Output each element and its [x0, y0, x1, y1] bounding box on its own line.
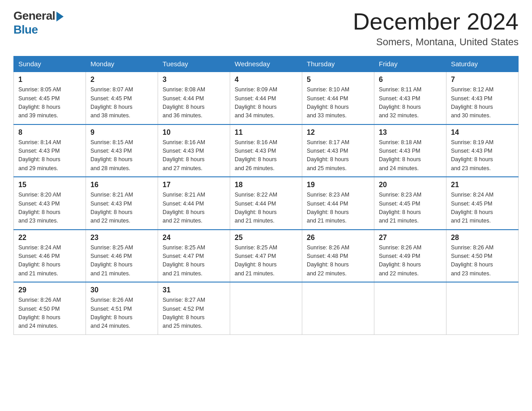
day-info: Sunrise: 8:24 AMSunset: 4:45 PMDaylight:…	[451, 192, 493, 224]
day-number: 7	[451, 76, 514, 84]
location-title: Somers, Montana, United States	[353, 36, 519, 48]
calendar-cell: 31 Sunrise: 8:27 AMSunset: 4:52 PMDaylig…	[158, 282, 230, 334]
day-number: 2	[90, 76, 153, 84]
day-number: 31	[163, 286, 225, 294]
calendar-cell: 21 Sunrise: 8:24 AMSunset: 4:45 PMDaylig…	[446, 177, 519, 230]
day-number: 25	[235, 234, 297, 242]
calendar-header-sunday: Sunday	[14, 56, 86, 72]
calendar-header-wednesday: Wednesday	[230, 56, 302, 72]
calendar-cell: 24 Sunrise: 8:25 AMSunset: 4:47 PMDaylig…	[158, 230, 230, 283]
day-info: Sunrise: 8:12 AMSunset: 4:43 PMDaylight:…	[451, 86, 493, 119]
calendar-cell: 27 Sunrise: 8:26 AMSunset: 4:49 PMDaylig…	[374, 230, 446, 283]
calendar-body: 1 Sunrise: 8:05 AMSunset: 4:45 PMDayligh…	[14, 72, 519, 334]
calendar-cell: 6 Sunrise: 8:11 AMSunset: 4:43 PMDayligh…	[374, 72, 446, 124]
calendar-cell	[446, 282, 519, 334]
calendar-week-row: 29 Sunrise: 8:26 AMSunset: 4:50 PMDaylig…	[14, 282, 519, 334]
day-number: 14	[451, 128, 514, 137]
day-number: 19	[307, 181, 369, 189]
calendar-week-row: 15 Sunrise: 8:20 AMSunset: 4:43 PMDaylig…	[14, 177, 519, 230]
day-info: Sunrise: 8:19 AMSunset: 4:43 PMDaylight:…	[451, 139, 493, 171]
day-info: Sunrise: 8:26 AMSunset: 4:50 PMDaylight:…	[18, 297, 61, 329]
calendar-cell	[374, 282, 446, 334]
calendar-cell: 22 Sunrise: 8:24 AMSunset: 4:46 PMDaylig…	[14, 230, 86, 283]
calendar-cell: 7 Sunrise: 8:12 AMSunset: 4:43 PMDayligh…	[446, 72, 519, 124]
calendar-cell: 25 Sunrise: 8:25 AMSunset: 4:47 PMDaylig…	[230, 230, 302, 283]
day-number: 3	[163, 76, 225, 84]
day-info: Sunrise: 8:08 AMSunset: 4:44 PMDaylight:…	[163, 86, 205, 119]
day-info: Sunrise: 8:26 AMSunset: 4:51 PMDaylight:…	[90, 297, 133, 329]
day-number: 18	[235, 181, 297, 189]
day-number: 22	[18, 234, 81, 242]
day-info: Sunrise: 8:18 AMSunset: 4:43 PMDaylight:…	[379, 139, 421, 171]
day-info: Sunrise: 8:25 AMSunset: 4:47 PMDaylight:…	[163, 244, 205, 277]
calendar-cell: 1 Sunrise: 8:05 AMSunset: 4:45 PMDayligh…	[14, 72, 86, 124]
day-number: 11	[235, 128, 297, 137]
title-block: December 2024 Somers, Montana, United St…	[353, 9, 519, 48]
day-number: 29	[18, 286, 81, 294]
day-info: Sunrise: 8:05 AMSunset: 4:45 PMDaylight:…	[18, 86, 61, 119]
day-number: 21	[451, 181, 514, 189]
logo: General Blue	[13, 9, 64, 37]
day-info: Sunrise: 8:25 AMSunset: 4:47 PMDaylight:…	[235, 244, 277, 277]
calendar-header-saturday: Saturday	[446, 56, 519, 72]
calendar-cell: 19 Sunrise: 8:23 AMSunset: 4:44 PMDaylig…	[302, 177, 374, 230]
calendar-header-friday: Friday	[374, 56, 446, 72]
day-number: 27	[379, 234, 442, 242]
day-info: Sunrise: 8:21 AMSunset: 4:44 PMDaylight:…	[163, 192, 205, 224]
calendar-cell: 10 Sunrise: 8:16 AMSunset: 4:43 PMDaylig…	[158, 124, 230, 177]
calendar-cell: 8 Sunrise: 8:14 AMSunset: 4:43 PMDayligh…	[14, 124, 86, 177]
day-info: Sunrise: 8:23 AMSunset: 4:44 PMDaylight:…	[307, 192, 349, 224]
day-number: 26	[307, 234, 369, 242]
calendar-header-tuesday: Tuesday	[158, 56, 230, 72]
calendar-cell: 30 Sunrise: 8:26 AMSunset: 4:51 PMDaylig…	[86, 282, 158, 334]
day-info: Sunrise: 8:09 AMSunset: 4:44 PMDaylight:…	[235, 86, 277, 119]
day-info: Sunrise: 8:26 AMSunset: 4:48 PMDaylight:…	[307, 244, 349, 277]
calendar-table: SundayMondayTuesdayWednesdayThursdayFrid…	[13, 56, 519, 335]
logo-general-text: General	[13, 9, 55, 23]
calendar-cell: 11 Sunrise: 8:16 AMSunset: 4:43 PMDaylig…	[230, 124, 302, 177]
day-number: 4	[235, 76, 297, 84]
calendar-cell: 26 Sunrise: 8:26 AMSunset: 4:48 PMDaylig…	[302, 230, 374, 283]
calendar-cell: 12 Sunrise: 8:17 AMSunset: 4:43 PMDaylig…	[302, 124, 374, 177]
logo-arrow-icon	[56, 12, 64, 21]
day-info: Sunrise: 8:26 AMSunset: 4:49 PMDaylight:…	[379, 244, 421, 277]
day-info: Sunrise: 8:11 AMSunset: 4:43 PMDaylight:…	[379, 86, 421, 119]
day-number: 6	[379, 76, 442, 84]
day-info: Sunrise: 8:27 AMSunset: 4:52 PMDaylight:…	[163, 297, 205, 329]
day-number: 24	[163, 234, 225, 242]
day-number: 16	[90, 181, 153, 189]
logo-blue-text: Blue	[13, 23, 38, 36]
calendar-week-row: 1 Sunrise: 8:05 AMSunset: 4:45 PMDayligh…	[14, 72, 519, 124]
day-info: Sunrise: 8:24 AMSunset: 4:46 PMDaylight:…	[18, 244, 61, 277]
calendar-cell: 20 Sunrise: 8:23 AMSunset: 4:45 PMDaylig…	[374, 177, 446, 230]
calendar-cell: 15 Sunrise: 8:20 AMSunset: 4:43 PMDaylig…	[14, 177, 86, 230]
calendar-week-row: 22 Sunrise: 8:24 AMSunset: 4:46 PMDaylig…	[14, 230, 519, 283]
calendar-header-row: SundayMondayTuesdayWednesdayThursdayFrid…	[14, 56, 519, 72]
day-info: Sunrise: 8:10 AMSunset: 4:44 PMDaylight:…	[307, 86, 349, 119]
calendar-cell: 4 Sunrise: 8:09 AMSunset: 4:44 PMDayligh…	[230, 72, 302, 124]
calendar-week-row: 8 Sunrise: 8:14 AMSunset: 4:43 PMDayligh…	[14, 124, 519, 177]
day-number: 8	[18, 128, 81, 137]
calendar-cell	[230, 282, 302, 334]
day-number: 28	[451, 234, 514, 242]
page-header: General Blue December 2024 Somers, Monta…	[13, 9, 519, 48]
day-number: 5	[307, 76, 369, 84]
day-info: Sunrise: 8:14 AMSunset: 4:43 PMDaylight:…	[18, 139, 61, 171]
day-info: Sunrise: 8:17 AMSunset: 4:43 PMDaylight:…	[307, 139, 349, 171]
calendar-cell: 14 Sunrise: 8:19 AMSunset: 4:43 PMDaylig…	[446, 124, 519, 177]
calendar-cell: 2 Sunrise: 8:07 AMSunset: 4:45 PMDayligh…	[86, 72, 158, 124]
day-number: 30	[90, 286, 153, 294]
day-info: Sunrise: 8:07 AMSunset: 4:45 PMDaylight:…	[90, 86, 133, 119]
calendar-cell: 9 Sunrise: 8:15 AMSunset: 4:43 PMDayligh…	[86, 124, 158, 177]
calendar-cell	[302, 282, 374, 334]
day-info: Sunrise: 8:21 AMSunset: 4:43 PMDaylight:…	[90, 192, 133, 224]
calendar-cell: 28 Sunrise: 8:26 AMSunset: 4:50 PMDaylig…	[446, 230, 519, 283]
day-number: 23	[90, 234, 153, 242]
calendar-header-thursday: Thursday	[302, 56, 374, 72]
day-info: Sunrise: 8:16 AMSunset: 4:43 PMDaylight:…	[235, 139, 277, 171]
day-info: Sunrise: 8:25 AMSunset: 4:46 PMDaylight:…	[90, 244, 133, 277]
day-number: 17	[163, 181, 225, 189]
day-number: 13	[379, 128, 442, 137]
day-info: Sunrise: 8:20 AMSunset: 4:43 PMDaylight:…	[18, 192, 61, 224]
calendar-cell: 18 Sunrise: 8:22 AMSunset: 4:44 PMDaylig…	[230, 177, 302, 230]
